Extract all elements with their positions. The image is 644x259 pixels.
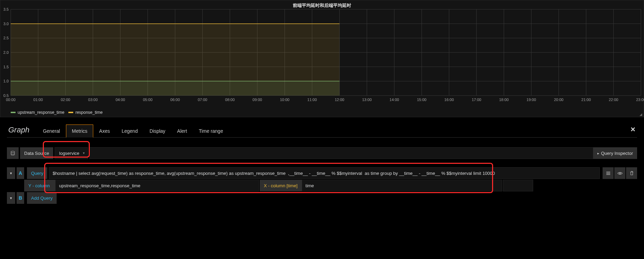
svg-point-62 <box>11 151 15 152</box>
svg-text:10:00: 10:00 <box>280 98 290 102</box>
datasource-icon <box>7 147 19 159</box>
svg-text:3.5: 3.5 <box>3 7 9 11</box>
legend-label: upstream_response_time <box>18 110 64 115</box>
svg-text:02:00: 02:00 <box>61 98 70 102</box>
legend-label: response_time <box>75 110 103 115</box>
tab-axes[interactable]: Axes <box>93 124 116 137</box>
eye-icon[interactable] <box>614 167 625 179</box>
svg-text:0.5: 0.5 <box>3 93 9 98</box>
x-column-input[interactable] <box>302 180 502 191</box>
query-keyword: Query <box>27 167 47 179</box>
tab-display[interactable]: Display <box>144 124 171 137</box>
svg-text:08:00: 08:00 <box>225 98 235 102</box>
menu-icon[interactable] <box>603 167 614 179</box>
tab-metrics[interactable]: Metrics <box>66 124 93 138</box>
panel-editor: Graph GeneralMetricsAxesLegendDisplayAle… <box>0 117 644 204</box>
svg-text:23:00: 23:00 <box>636 98 644 102</box>
editor-header: Graph GeneralMetricsAxesLegendDisplayAle… <box>7 123 637 138</box>
chevron-right-icon: ▸ <box>597 151 599 155</box>
svg-text:1.5: 1.5 <box>3 65 9 69</box>
svg-text:17:00: 17:00 <box>472 98 481 102</box>
svg-text:3.0: 3.0 <box>3 22 9 26</box>
svg-text:06:00: 06:00 <box>170 98 180 102</box>
row-toggle-b[interactable] <box>7 192 15 204</box>
svg-text:16:00: 16:00 <box>444 98 454 102</box>
query-row-a: A Query <box>7 167 637 179</box>
svg-text:09:00: 09:00 <box>252 98 262 102</box>
svg-text:07:00: 07:00 <box>198 98 208 102</box>
svg-point-63 <box>619 172 621 174</box>
query-row-a-columns: Y - column X - column [time] <box>24 180 637 191</box>
svg-text:11:00: 11:00 <box>307 98 317 102</box>
svg-text:2.5: 2.5 <box>3 36 9 40</box>
svg-text:19:00: 19:00 <box>527 98 536 102</box>
spacer <box>89 147 593 159</box>
svg-text:01:00: 01:00 <box>33 98 43 102</box>
svg-text:22:00: 22:00 <box>609 98 618 102</box>
data-source-select[interactable]: logservice <box>55 147 88 159</box>
svg-text:2.0: 2.0 <box>3 50 9 54</box>
row-toggle-a[interactable] <box>7 167 15 179</box>
data-source-row: Data Source logservice ▸ Query Inspector <box>7 147 637 159</box>
query-row-actions <box>603 167 637 179</box>
svg-text:20:00: 20:00 <box>554 98 564 102</box>
trash-icon[interactable] <box>626 167 637 179</box>
legend-swatch <box>68 112 73 113</box>
query-inspector-label: Query Inspector <box>601 151 633 156</box>
spacer <box>503 180 533 191</box>
query-inspector-button[interactable]: ▸ Query Inspector <box>593 147 637 159</box>
query-input-a[interactable] <box>49 167 600 179</box>
data-source-label: Data Source <box>20 147 53 159</box>
chart-panel: 前端平均延时和后端平均延时 0.51.01.52.02.53.03.500:00… <box>0 0 644 117</box>
svg-text:13:00: 13:00 <box>362 98 372 102</box>
svg-text:05:00: 05:00 <box>143 98 153 102</box>
chart-svg: 0.51.01.52.02.53.03.500:0001:0002:0003:0… <box>11 8 641 102</box>
svg-text:00:00: 00:00 <box>6 98 16 102</box>
close-editor-button[interactable] <box>630 127 636 134</box>
legend-item-upstream_response_time[interactable]: upstream_response_time <box>11 110 64 115</box>
svg-text:04:00: 04:00 <box>116 98 125 102</box>
query-row-b: B Add Query <box>7 192 637 204</box>
svg-text:1.0: 1.0 <box>3 79 9 83</box>
svg-text:21:00: 21:00 <box>581 98 591 102</box>
tab-general[interactable]: General <box>37 124 66 137</box>
x-column-label: X - column [time] <box>260 180 302 191</box>
data-source-value: logservice <box>59 151 79 156</box>
tab-legend[interactable]: Legend <box>116 124 144 137</box>
chart-body[interactable]: 0.51.01.52.02.53.03.500:0001:0002:0003:0… <box>11 8 641 102</box>
chart-legend: upstream_response_timeresponse_time <box>11 110 103 115</box>
panel-type-label: Graph <box>7 123 36 137</box>
svg-text:03:00: 03:00 <box>88 98 98 102</box>
row-letter-a[interactable]: A <box>17 167 24 179</box>
svg-text:18:00: 18:00 <box>499 98 509 102</box>
resize-handle-icon[interactable]: ◢ <box>640 112 642 116</box>
legend-item-response_time[interactable]: response_time <box>68 110 103 115</box>
svg-text:14:00: 14:00 <box>390 98 399 102</box>
y-column-label: Y - column <box>24 180 55 191</box>
y-column-input[interactable] <box>55 180 259 191</box>
add-query-button[interactable]: Add Query <box>27 192 57 204</box>
row-letter-b[interactable]: B <box>17 192 24 204</box>
query-rows: A Query Y - column <box>7 167 637 204</box>
legend-swatch <box>11 112 16 113</box>
tab-time-range[interactable]: Time range <box>193 124 229 137</box>
svg-text:15:00: 15:00 <box>417 98 426 102</box>
tab-alert[interactable]: Alert <box>171 124 193 137</box>
svg-text:12:00: 12:00 <box>335 98 344 102</box>
